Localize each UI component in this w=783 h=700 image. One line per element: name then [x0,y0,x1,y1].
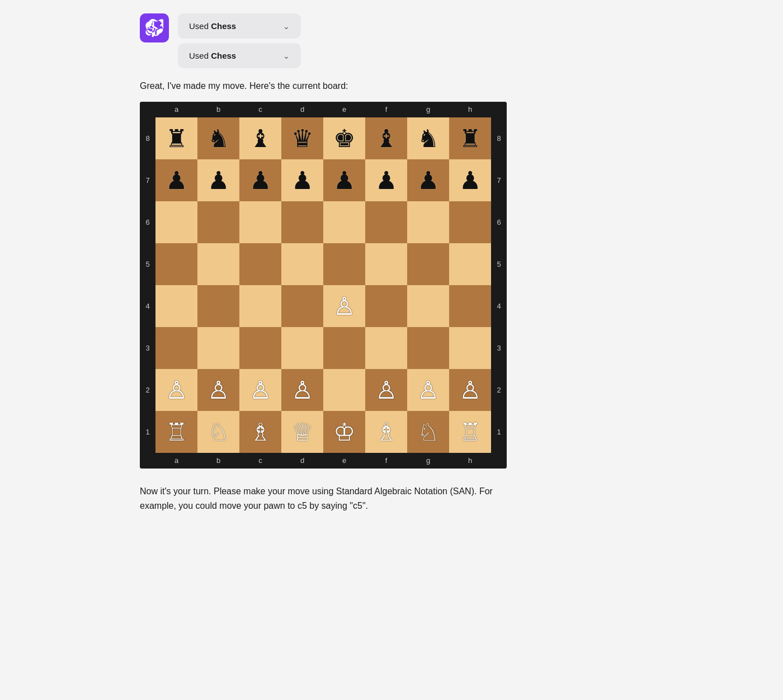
chess-cell-d2: ♙ [281,369,323,411]
col-coord-h: h [449,102,491,117]
row-coord-3: 3 [140,327,155,369]
white-piece: ♘ [207,420,229,444]
white-piece: ♙ [291,378,313,403]
chess-cell-b7: ♟ [197,159,239,201]
chess-cell-b8: ♞ [197,117,239,159]
col-coord-b: b [197,453,239,469]
white-piece: ♗ [375,420,397,444]
page-container: Used Chess ⌄ Used Chess ⌄ Great, I've ma… [140,9,643,518]
row-coord-5: 5 [491,243,507,285]
chess-cell-h3 [449,327,491,369]
chess-cell-e4: ♙ [323,285,365,327]
black-piece: ♜ [166,126,187,151]
row-coord-1: 1 [491,411,507,453]
row-coord-4: 4 [491,285,507,327]
white-piece: ♙ [249,378,271,403]
chess-board-wrapper: abcdefgh 87654321 ♜♞♝♛♚♝♞♜♟♟♟♟♟♟♟♟♙♙♙♙♙♙… [140,102,507,469]
chess-cell-a5 [155,243,197,285]
corner-br [491,453,507,469]
row-coord-2: 2 [140,369,155,411]
row-coord-3: 3 [491,327,507,369]
col-coord-d: d [281,453,323,469]
tool-pills-column: Used Chess ⌄ Used Chess ⌄ [178,13,301,68]
chess-cell-d7: ♟ [281,159,323,201]
chess-cell-c6 [239,201,281,243]
row-coord-2: 2 [491,369,507,411]
chess-cell-g5 [407,243,449,285]
chess-cell-f1: ♗ [365,411,407,453]
chess-cell-d6 [281,201,323,243]
corner-tl [140,102,155,117]
col-coord-c: c [239,102,281,117]
chess-cell-b5 [197,243,239,285]
chess-cell-e5 [323,243,365,285]
chevron-down-icon-1: ⌄ [283,22,290,31]
message-top: Great, I've made my move. Here's the cur… [140,79,643,93]
chess-cell-h6 [449,201,491,243]
white-piece: ♙ [417,378,439,403]
col-coord-a: a [155,102,197,117]
chess-grid: ♜♞♝♛♚♝♞♜♟♟♟♟♟♟♟♟♙♙♙♙♙♙♙♙♖♘♗♕♔♗♘♖ [155,117,491,453]
chess-section: abcdefgh 87654321 ♜♞♝♛♚♝♞♜♟♟♟♟♟♟♟♟♙♙♙♙♙♙… [140,102,643,471]
black-piece: ♝ [249,126,271,151]
board-with-coords: abcdefgh 87654321 ♜♞♝♛♚♝♞♜♟♟♟♟♟♟♟♟♙♙♙♙♙♙… [140,102,507,469]
chess-cell-g8: ♞ [407,117,449,159]
chess-cell-c1: ♗ [239,411,281,453]
row-coord-4: 4 [140,285,155,327]
chess-cell-g2: ♙ [407,369,449,411]
row-coord-6: 6 [140,201,155,243]
openai-logo-svg [145,19,163,37]
col-coord-g: g [407,453,449,469]
row-coord-7: 7 [140,159,155,201]
chess-cell-d5 [281,243,323,285]
chess-cell-b4 [197,285,239,327]
white-piece: ♔ [333,420,355,444]
col-coord-f: f [365,102,407,117]
right-row-labels: 87654321 [491,117,507,453]
chess-cell-f7: ♟ [365,159,407,201]
openai-logo [140,13,169,42]
chess-cell-a7: ♟ [155,159,197,201]
col-coord-e: e [323,453,365,469]
black-piece: ♟ [333,168,355,193]
chess-cell-h5 [449,243,491,285]
chess-cell-a1: ♖ [155,411,197,453]
white-piece: ♕ [291,420,313,444]
white-piece: ♙ [166,378,187,403]
row-coord-6: 6 [491,201,507,243]
chess-cell-c4 [239,285,281,327]
bottom-col-labels: abcdefgh [155,453,491,469]
col-coord-f: f [365,453,407,469]
col-coord-a: a [155,453,197,469]
black-piece: ♚ [333,126,355,151]
chess-cell-g4 [407,285,449,327]
chess-cell-c2: ♙ [239,369,281,411]
white-piece: ♖ [459,420,481,444]
black-piece: ♟ [417,168,439,193]
chess-cell-e7: ♟ [323,159,365,201]
chess-cell-a4 [155,285,197,327]
white-piece: ♙ [207,378,229,403]
col-coord-b: b [197,102,239,117]
black-piece: ♞ [207,126,229,151]
black-piece: ♟ [207,168,229,193]
chess-cell-f4 [365,285,407,327]
chess-cell-h4 [449,285,491,327]
chess-cell-b6 [197,201,239,243]
black-piece: ♝ [375,126,397,151]
chess-cell-d4 [281,285,323,327]
black-piece: ♜ [459,126,481,151]
chess-cell-e6 [323,201,365,243]
chess-cell-f5 [365,243,407,285]
chess-cell-c7: ♟ [239,159,281,201]
black-piece: ♟ [459,168,481,193]
tool-pill-2[interactable]: Used Chess ⌄ [178,43,301,68]
white-piece: ♖ [166,420,187,444]
tool-pill-1[interactable]: Used Chess ⌄ [178,13,301,39]
col-coord-g: g [407,102,449,117]
row-coord-5: 5 [140,243,155,285]
chess-cell-e8: ♚ [323,117,365,159]
chess-cell-f2: ♙ [365,369,407,411]
col-coord-h: h [449,453,491,469]
chess-cell-h7: ♟ [449,159,491,201]
